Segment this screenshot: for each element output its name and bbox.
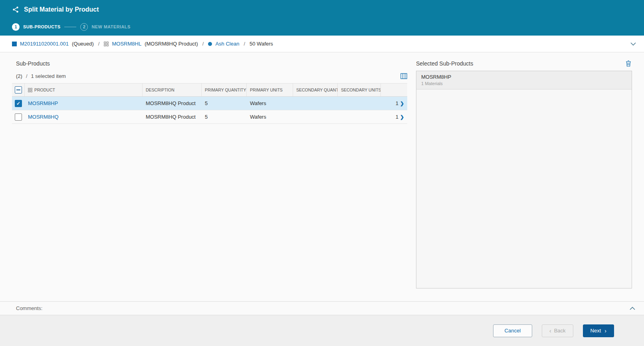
step-2-label: NEW MATERIALS: [91, 24, 130, 29]
chevron-left-icon: ‹: [549, 328, 551, 334]
wizard-footer: Cancel ‹ Back Next ›: [0, 315, 644, 346]
column-header-secondary-quantity[interactable]: SECONDARY QUANTITY: [293, 84, 338, 96]
breadcrumb-separator: /: [202, 41, 204, 47]
next-button[interactable]: Next ›: [583, 324, 614, 337]
main-content: Sub-Products (2) / 1 selected item: [0, 52, 644, 301]
cancel-button[interactable]: Cancel: [493, 324, 532, 337]
breadcrumb-material-link[interactable]: M201911020001.001: [20, 41, 69, 47]
column-header-product-label: PRODUCT: [34, 87, 55, 92]
row-checkbox[interactable]: [15, 113, 22, 121]
product-link[interactable]: MOSRM8HQ: [28, 114, 59, 120]
wizard-header: Split Material by Product 1 SUB-PRODUCTS…: [0, 0, 644, 36]
back-button: ‹ Back: [542, 324, 573, 337]
back-button-label: Back: [554, 328, 566, 334]
selected-item-materials: 1 Materials: [421, 81, 627, 86]
chevron-right-icon: ›: [604, 328, 606, 334]
selected-sub-products-panel: MOSRM8HP 1 Materials: [416, 71, 632, 288]
step-1-label: SUB-PRODUCTS: [23, 24, 60, 29]
selected-sub-products-pane: Selected Sub-Products MOSRM8HP 1 Materia…: [416, 60, 632, 301]
select-all-checkbox[interactable]: [15, 86, 22, 93]
chevron-right-icon: ❯: [400, 101, 404, 106]
breadcrumb-quantity: 50 Wafers: [250, 41, 273, 47]
sub-products-title: Sub-Products: [16, 60, 407, 67]
step-2-circle: 2: [80, 23, 88, 31]
next-button-label: Next: [590, 328, 601, 334]
column-header-primary-quantity[interactable]: PRIMARY QUANTITY: [202, 84, 247, 96]
selection-status: 1 selected item: [31, 73, 66, 79]
description-cell: MOSRM8HQ Product: [143, 110, 202, 123]
flow-step-status-icon: [208, 42, 212, 46]
wizard-steps: 1 SUB-PRODUCTS 2 NEW MATERIALS: [12, 19, 644, 35]
sub-products-table: PRODUCT DESCRIPTION PRIMARY QUANTITY PRI…: [12, 83, 407, 124]
breadcrumb-product-link[interactable]: MOSRM8HL: [112, 41, 141, 47]
table-row[interactable]: MOSRM8HQ MOSRM8HQ Product 5 Wafers 1 ❯: [12, 110, 407, 124]
step-connector-line: [64, 27, 76, 27]
primary-units-cell: Wafers: [247, 97, 293, 110]
row-detail-link[interactable]: 1 ❯: [381, 97, 407, 110]
context-collapse-chevron-down-icon[interactable]: [630, 42, 636, 46]
select-all-cell: [12, 84, 25, 96]
secondary-quantity-cell: [293, 97, 338, 110]
column-header-product[interactable]: PRODUCT: [25, 84, 143, 96]
primary-quantity-cell: 5: [202, 97, 247, 110]
breadcrumb-separator: /: [244, 41, 245, 47]
column-header-primary-units[interactable]: PRIMARY UNITS: [247, 84, 293, 96]
context-bar: M201911020001.001 (Queued) / MOSRM8HL (M…: [0, 36, 644, 52]
description-cell: MOSRM8HQ Product: [143, 97, 202, 110]
page-title: Split Material by Product: [24, 6, 99, 13]
step-sub-products[interactable]: 1 SUB-PRODUCTS: [12, 23, 60, 31]
primary-units-cell: Wafers: [247, 110, 293, 123]
secondary-quantity-cell: [293, 110, 338, 123]
breadcrumb-separator: /: [98, 41, 100, 47]
detail-count: 1: [396, 114, 398, 120]
count-separator: /: [26, 73, 28, 79]
material-icon: [12, 42, 17, 46]
column-header-secondary-units[interactable]: SECONDARY UNITS: [338, 84, 381, 96]
comments-section[interactable]: Comments:: [0, 301, 644, 315]
selected-item-name: MOSRM8HP: [421, 74, 627, 80]
column-settings-icon[interactable]: [400, 73, 407, 79]
sub-products-count: (2): [16, 73, 22, 79]
comments-label: Comments:: [16, 305, 42, 311]
trash-icon[interactable]: [626, 60, 631, 67]
selected-sub-products-title: Selected Sub-Products: [416, 60, 473, 67]
breadcrumb-product-description: (MOSRM8HQ Product): [145, 41, 198, 47]
secondary-units-cell: [338, 110, 381, 123]
row-detail-link[interactable]: 1 ❯: [381, 110, 407, 123]
chevron-right-icon: ❯: [400, 114, 404, 120]
secondary-units-cell: [338, 97, 381, 110]
primary-quantity-cell: 5: [202, 110, 247, 123]
sub-products-pane: Sub-Products (2) / 1 selected item: [12, 60, 407, 301]
comments-collapse-chevron-up-icon[interactable]: [630, 307, 635, 310]
product-icon: [104, 42, 109, 46]
step-1-circle: 1: [12, 23, 20, 31]
breadcrumb-step-link[interactable]: Ash Clean: [215, 41, 239, 47]
product-icon: [28, 88, 32, 92]
split-share-icon: [12, 6, 19, 13]
table-row[interactable]: ✓ MOSRM8HP MOSRM8HQ Product 5 Wafers 1 ❯: [12, 97, 407, 110]
detail-count: 1: [396, 100, 398, 106]
breadcrumb-material-state: (Queued): [72, 41, 94, 47]
table-header-row: PRODUCT DESCRIPTION PRIMARY QUANTITY PRI…: [12, 83, 407, 97]
product-link[interactable]: MOSRM8HP: [28, 100, 58, 106]
step-new-materials[interactable]: 2 NEW MATERIALS: [80, 23, 130, 31]
column-header-actions: [381, 84, 407, 96]
row-checkbox[interactable]: ✓: [15, 100, 22, 107]
selected-item[interactable]: MOSRM8HP 1 Materials: [416, 71, 632, 89]
column-header-description[interactable]: DESCRIPTION: [143, 84, 202, 96]
